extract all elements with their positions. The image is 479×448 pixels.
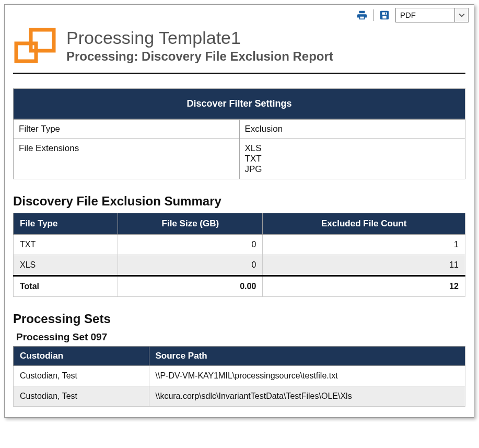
svg-rect-3 [385, 13, 386, 15]
col-file-size: File Size (GB) [118, 213, 263, 235]
col-custodian: Custodian [14, 347, 149, 366]
col-excluded-count: Excluded File Count [263, 213, 465, 235]
print-icon[interactable] [356, 9, 368, 21]
toolbar-divider [373, 9, 373, 21]
processing-sets-heading: Processing Sets [13, 312, 465, 326]
export-format-select[interactable]: PDF [395, 8, 469, 22]
table-row: TXT 0 1 [14, 235, 465, 255]
file-extensions-value: XLS TXT JPG [239, 139, 465, 179]
table-row: Custodian, Test \\kcura.corp\sdlc\Invari… [14, 386, 465, 407]
svg-rect-1 [382, 13, 387, 15]
logo-icon [13, 28, 57, 67]
summary-heading: Discovery File Exclusion Summary [13, 194, 465, 209]
save-icon[interactable] [379, 9, 390, 21]
report-header: Processing Template1 Processing: Discove… [13, 25, 465, 74]
page-title: Processing Template1 [66, 28, 333, 48]
table-row: XLS 0 11 [14, 255, 465, 276]
filter-type-label: Filter Type [14, 120, 240, 139]
page-subtitle: Processing: Discovery File Exclusion Rep… [66, 49, 333, 64]
filter-type-value: Exclusion [239, 120, 465, 139]
report-page: PDF Processing Template1 Processing: Dis… [4, 4, 474, 418]
processing-set-table: Custodian Source Path Custodian, Test \\… [13, 346, 465, 407]
chevron-down-icon[interactable] [454, 8, 468, 22]
processing-set-name: Processing Set 097 [16, 331, 465, 343]
total-row: Total 0.00 12 [14, 276, 465, 297]
filter-settings-table: Filter Type Exclusion File Extensions XL… [13, 119, 465, 179]
toolbar: PDF [5, 5, 474, 25]
filter-settings-title: Discover Filter Settings [13, 88, 465, 119]
table-row: Custodian, Test \\P-DV-VM-KAY1MIL\proces… [14, 366, 465, 386]
export-format-label: PDF [396, 8, 454, 22]
table-row: File Extensions XLS TXT JPG [14, 139, 465, 179]
file-extensions-label: File Extensions [14, 139, 240, 179]
col-file-type: File Type [14, 213, 118, 235]
summary-table: File Type File Size (GB) Excluded File C… [13, 213, 465, 297]
table-row: Filter Type Exclusion [14, 120, 465, 139]
report-content: Processing Template1 Processing: Discove… [5, 25, 474, 417]
col-source-path: Source Path [149, 347, 465, 366]
svg-rect-2 [382, 16, 386, 19]
